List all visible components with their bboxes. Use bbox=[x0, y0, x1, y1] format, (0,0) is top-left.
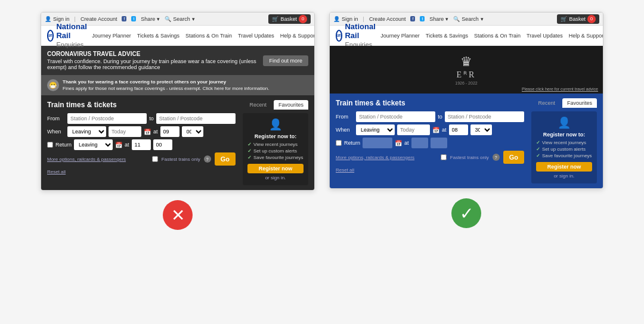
left-from-label: From bbox=[47, 116, 65, 122]
left-find-out-btn[interactable]: Find out more bbox=[263, 55, 308, 66]
right-leaving-select[interactable]: Leaving bbox=[356, 124, 395, 135]
check-icon-3: ✓ bbox=[247, 155, 252, 160]
left-minute-select[interactable]: 00 bbox=[182, 126, 203, 137]
right-register-btn[interactable]: Register now bbox=[536, 162, 592, 172]
right-nav-tickets[interactable]: Tickets & Savings bbox=[426, 33, 468, 39]
left-nav: ⇌ National Rail Enquiries Journey Planne… bbox=[41, 26, 314, 46]
right-return-calendar-icon[interactable]: 📅 bbox=[395, 140, 402, 147]
left-create-account[interactable]: Create Account bbox=[80, 16, 117, 22]
left-form-content: From to When Leaving 📅 bbox=[47, 113, 308, 185]
travel-advice-link[interactable]: Please click here for current travel adv… bbox=[522, 87, 598, 91]
left-return-minute-input[interactable] bbox=[153, 139, 172, 150]
left-calendar-icon[interactable]: 📅 bbox=[144, 129, 151, 135]
left-register-title: Register now to: bbox=[247, 133, 304, 139]
left-to-input[interactable] bbox=[156, 113, 236, 124]
left-reset-row: Reset all bbox=[47, 167, 236, 175]
right-logo: ⇌ National Rail Enquiries bbox=[336, 22, 380, 49]
right-from-input[interactable] bbox=[356, 111, 435, 122]
right-facebook-icon[interactable]: f bbox=[410, 16, 415, 21]
search-icon: 🔍 bbox=[165, 16, 171, 22]
right-tab-favourites[interactable]: Favourites bbox=[562, 98, 597, 108]
right-hour-input[interactable] bbox=[449, 124, 468, 135]
left-leaving-select[interactable]: Leaving bbox=[67, 126, 106, 137]
left-reset-link[interactable]: Reset all bbox=[47, 169, 66, 175]
user-icon: 👤 bbox=[45, 16, 51, 22]
right-search-form: Train times & tickets Recent Favourites … bbox=[330, 94, 603, 188]
left-hour-input[interactable] bbox=[160, 126, 179, 137]
left-date-input[interactable] bbox=[109, 126, 141, 137]
left-share[interactable]: Share ▾ bbox=[141, 16, 160, 22]
right-share[interactable]: Share ▾ bbox=[429, 16, 448, 22]
right-reset-link[interactable]: Reset all bbox=[336, 167, 354, 173]
right-basket-icon: 🛒 bbox=[561, 16, 567, 22]
facebook-icon[interactable]: f bbox=[122, 16, 126, 21]
right-return-checkbox[interactable] bbox=[336, 140, 342, 146]
left-from-input[interactable] bbox=[67, 113, 147, 124]
right-nav-journey[interactable]: Journey Planner bbox=[380, 33, 420, 39]
right-search[interactable]: 🔍 Search ▾ bbox=[453, 16, 484, 22]
right-nav-stations[interactable]: Stations & On Train bbox=[474, 33, 521, 39]
left-return-hour-input[interactable] bbox=[132, 139, 151, 150]
left-nav-journey[interactable]: Journey Planner bbox=[92, 33, 131, 39]
right-logo-text: National Rail Enquiries bbox=[345, 22, 380, 49]
left-search-form: Train times & tickets Recent Favourites … bbox=[41, 95, 314, 190]
right-return-input[interactable] bbox=[363, 138, 392, 148]
right-to-label: to bbox=[438, 114, 442, 120]
right-side: 👤 Sign in | Create Account f t Share ▾ 🔍… bbox=[329, 12, 603, 230]
right-minute-select[interactable]: 30 bbox=[470, 124, 492, 135]
right-go-button[interactable]: Go bbox=[503, 151, 524, 164]
left-return-calendar-icon[interactable]: 📅 bbox=[115, 142, 122, 148]
left-return-time-select[interactable]: Leaving bbox=[74, 139, 113, 150]
left-tab-recent[interactable]: Recent bbox=[244, 100, 271, 110]
right-form-title: Train times & tickets bbox=[336, 99, 405, 107]
right-fastest-checkbox[interactable] bbox=[441, 154, 447, 160]
left-nav-travel[interactable]: Travel Updates bbox=[238, 33, 274, 39]
right-nav-links: Journey Planner Tickets & Savings Statio… bbox=[380, 33, 603, 39]
left-return-label: Return bbox=[55, 142, 72, 148]
left-signin[interactable]: 👤 Sign in bbox=[45, 16, 70, 22]
right-nav-travel[interactable]: Travel Updates bbox=[527, 33, 563, 39]
right-sign-in-text: or sign in. bbox=[536, 173, 592, 179]
left-return-checkbox[interactable] bbox=[47, 142, 53, 148]
left-logo: ⇌ National Rail Enquiries bbox=[47, 22, 92, 49]
left-nav-links: Journey Planner Tickets & Savings Statio… bbox=[92, 33, 315, 39]
left-search[interactable]: 🔍 Search ▾ bbox=[165, 16, 195, 22]
left-fastest-checkbox[interactable] bbox=[152, 156, 158, 162]
right-topbar-right: 🛒 Basket 0 bbox=[557, 14, 599, 24]
left-basket-btn[interactable]: 🛒 Basket 0 bbox=[268, 14, 311, 24]
right-topbar-left: 👤 Sign in | Create Account f t Share ▾ 🔍… bbox=[333, 16, 484, 22]
left-tab-favourites[interactable]: Favourites bbox=[274, 100, 308, 110]
right-return-minute-input[interactable] bbox=[431, 138, 447, 148]
left-help-icon[interactable]: ? bbox=[204, 155, 211, 163]
right-basket-btn[interactable]: 🛒 Basket 0 bbox=[557, 14, 599, 24]
left-nav-help[interactable]: Help & Support bbox=[280, 33, 315, 39]
right-register-panel: 👤 Register now to: ✓ View recent journey… bbox=[531, 111, 597, 183]
left-nav-stations[interactable]: Stations & On Train bbox=[185, 33, 232, 39]
left-browser: 👤 Sign in | Create Account f t Share ▾ 🔍… bbox=[41, 12, 315, 191]
right-return-hour-input[interactable] bbox=[411, 138, 428, 148]
right-return-at-label: at bbox=[404, 140, 409, 146]
right-to-input[interactable] bbox=[445, 111, 524, 122]
right-nav: ⇌ National Rail Enquiries Journey Planne… bbox=[330, 26, 603, 46]
right-options-link[interactable]: More options, railcards & passengers bbox=[336, 155, 437, 160]
right-create-account[interactable]: Create Account bbox=[369, 16, 406, 22]
right-twitter-icon[interactable]: t bbox=[420, 16, 425, 21]
right-help-icon[interactable]: ? bbox=[493, 154, 500, 161]
right-date-input[interactable] bbox=[397, 124, 430, 135]
basket-icon: 🛒 bbox=[272, 16, 278, 22]
right-register-item2: ✓ Set up custom alerts bbox=[536, 147, 592, 152]
left-options-link[interactable]: More options, railcards & passengers bbox=[47, 157, 148, 162]
right-basket-count: 0 bbox=[587, 15, 596, 23]
left-alert-title: CORONAVIRUS TRAVEL ADVICE bbox=[47, 51, 263, 57]
right-user-icon: 👤 bbox=[333, 16, 340, 22]
right-when-row: When Leaving 📅 at 30 bbox=[336, 124, 524, 135]
right-calendar-icon[interactable]: 📅 bbox=[432, 127, 439, 133]
right-nav-help[interactable]: Help & Support bbox=[569, 33, 603, 39]
right-tab-recent[interactable]: Recent bbox=[533, 98, 560, 108]
left-go-button[interactable]: Go bbox=[215, 152, 236, 166]
left-from-row: From to bbox=[47, 113, 236, 124]
left-nav-tickets[interactable]: Tickets & Savings bbox=[137, 33, 179, 39]
right-signin[interactable]: 👤 Sign in bbox=[333, 16, 358, 22]
twitter-icon[interactable]: t bbox=[131, 16, 136, 21]
left-register-btn[interactable]: Register now bbox=[247, 164, 304, 173]
